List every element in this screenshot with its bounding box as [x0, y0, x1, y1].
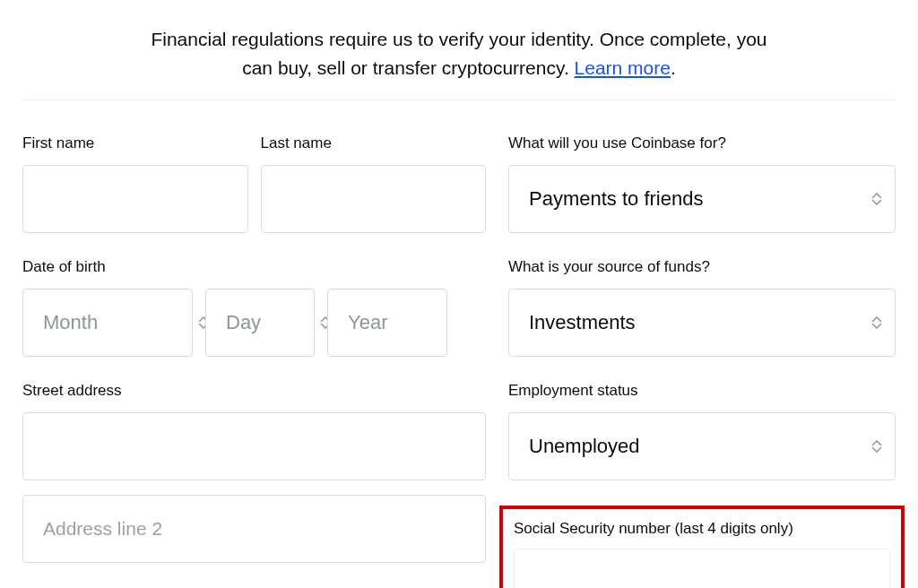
- chevron-updown-icon: [869, 433, 885, 460]
- ssn-highlight-box: Social Security number (last 4 digits on…: [499, 506, 905, 588]
- dob-day-select[interactable]: Day: [205, 289, 315, 357]
- city-input[interactable]: [22, 577, 242, 588]
- learn-more-link[interactable]: Learn more: [575, 57, 671, 78]
- divider: [22, 99, 896, 100]
- chevron-updown-icon: [869, 309, 885, 336]
- ssn-input[interactable]: [514, 549, 890, 588]
- employment-status-select[interactable]: Unemployed: [508, 412, 896, 480]
- employment-status-label: Employment status: [508, 382, 896, 400]
- intro-text: Financial regulations require us to veri…: [22, 0, 896, 99]
- intro-line2: can buy, sell or transfer cryptocurrency…: [242, 57, 574, 78]
- dob-year-select[interactable]: Year: [327, 289, 447, 357]
- intro-line1: Financial regulations require us to veri…: [151, 29, 766, 49]
- use-for-label: What will you use Coinbase for?: [508, 134, 896, 152]
- last-name-input[interactable]: [261, 165, 487, 233]
- use-for-select[interactable]: Payments to friends: [508, 165, 896, 233]
- ssn-label: Social Security number (last 4 digits on…: [514, 520, 890, 538]
- address-line-2-input[interactable]: [22, 495, 486, 563]
- last-name-label: Last name: [261, 134, 487, 152]
- dob-month-select[interactable]: Month: [22, 289, 193, 357]
- street-address-input[interactable]: [22, 412, 486, 480]
- funds-source-select[interactable]: Investments: [508, 289, 896, 357]
- chevron-updown-icon: [869, 186, 885, 212]
- street-address-label: Street address: [22, 382, 486, 400]
- intro-period: .: [671, 57, 676, 78]
- funds-source-label: What is your source of funds?: [508, 258, 896, 276]
- state-input[interactable]: [267, 577, 487, 588]
- first-name-label: First name: [22, 134, 248, 152]
- dob-label: Date of birth: [22, 258, 486, 276]
- first-name-input[interactable]: [22, 165, 248, 233]
